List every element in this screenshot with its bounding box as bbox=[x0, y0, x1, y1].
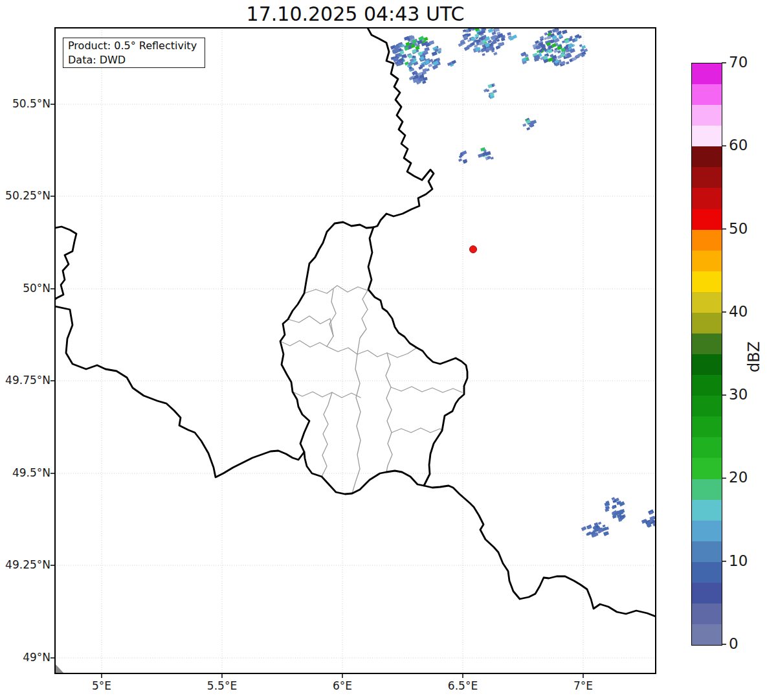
colorbar-band bbox=[692, 292, 722, 313]
colorbar-band bbox=[692, 562, 722, 583]
colorbar-band bbox=[692, 167, 722, 188]
colorbar-band bbox=[692, 105, 722, 126]
radar-cells bbox=[390, 24, 660, 537]
x-tick-label: 6.5°E bbox=[434, 679, 492, 692]
country-borders bbox=[55, 28, 656, 616]
annotation-data-line: Data: DWD bbox=[68, 53, 200, 67]
x-tick-label: 5.5°E bbox=[193, 679, 251, 692]
y-tick-label: 50°N bbox=[0, 282, 50, 295]
colorbar-band bbox=[692, 624, 722, 645]
colorbar-band bbox=[692, 271, 722, 292]
colorbar-band bbox=[692, 146, 722, 167]
colorbar-band bbox=[692, 416, 722, 437]
colorbar-band bbox=[692, 209, 722, 230]
map-content bbox=[55, 24, 660, 673]
colorbar-band bbox=[692, 583, 722, 604]
x-tick-label: 7°E bbox=[554, 679, 612, 692]
colorbar-tick-marks bbox=[722, 63, 726, 644]
y-tick-label: 50.5°N bbox=[0, 97, 50, 110]
colorbar-tick-label: 50 bbox=[729, 220, 748, 237]
colorbar-tick-label: 30 bbox=[729, 386, 748, 403]
colorbar-band bbox=[692, 604, 722, 624]
figure-title: 17.10.2025 04:43 UTC bbox=[55, 3, 656, 25]
radar-figure: 17.10.2025 04:43 UTC Product: 0.5° Refle… bbox=[0, 0, 778, 700]
colorbar-band bbox=[692, 458, 722, 479]
canton-borders bbox=[280, 286, 462, 493]
y-tick-label: 49.25°N bbox=[0, 558, 50, 571]
colorbar-band bbox=[692, 396, 722, 416]
colorbar-band bbox=[692, 251, 722, 271]
colorbar-tick-label: 70 bbox=[729, 54, 748, 71]
y-tick-label: 49.75°N bbox=[0, 374, 50, 387]
colorbar-band bbox=[692, 126, 722, 146]
colorbar-tick-label: 60 bbox=[729, 137, 748, 153]
x-tick-label: 5°E bbox=[72, 679, 131, 692]
location-marker bbox=[470, 246, 477, 253]
colorbar-band bbox=[692, 84, 722, 105]
colorbar-band bbox=[692, 313, 722, 333]
colorbar-tick-label: 40 bbox=[729, 303, 748, 320]
colorbar-tick-label: 20 bbox=[729, 469, 748, 486]
colorbar-band bbox=[692, 63, 722, 84]
colorbar-label: dBZ bbox=[745, 331, 764, 383]
y-tick-label: 49°N bbox=[0, 651, 50, 664]
colorbar-band bbox=[692, 188, 722, 209]
colorbar-band bbox=[692, 375, 722, 396]
colorbar-tick-label: 0 bbox=[729, 635, 739, 652]
corner-artifact bbox=[55, 664, 64, 673]
x-tick-label: 6°E bbox=[313, 679, 372, 692]
colorbar-band bbox=[692, 437, 722, 458]
colorbar-band bbox=[692, 230, 722, 251]
axis-tick-marks bbox=[50, 104, 583, 678]
colorbar-band bbox=[692, 521, 722, 541]
colorbar-band bbox=[692, 479, 722, 500]
y-tick-label: 49.5°N bbox=[0, 466, 50, 479]
colorbar-band bbox=[692, 500, 722, 521]
annotation-product-line: Product: 0.5° Reflectivity bbox=[68, 39, 200, 53]
colorbar-tick-label: 10 bbox=[729, 552, 748, 569]
colorbar bbox=[691, 63, 722, 646]
colorbar-band bbox=[692, 333, 722, 354]
map-canvas bbox=[0, 0, 778, 700]
colorbar-band bbox=[692, 354, 722, 375]
annotation-box: Product: 0.5° Reflectivity Data: DWD bbox=[63, 38, 205, 68]
y-tick-label: 50.25°N bbox=[0, 189, 50, 202]
colorbar-band bbox=[692, 541, 722, 562]
